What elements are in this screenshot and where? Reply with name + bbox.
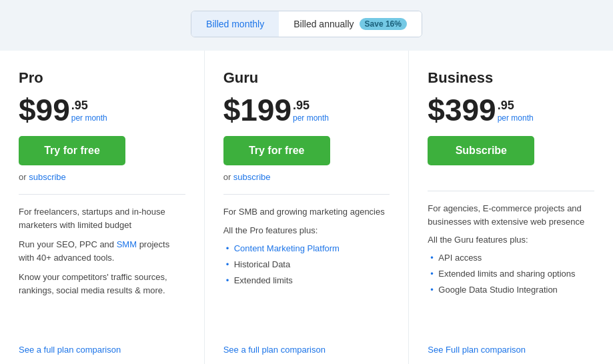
plan-guru-or-label: or	[223, 172, 231, 182]
plan-guru-cta-button[interactable]: Try for free	[223, 136, 330, 165]
plan-business-feature-list: API access Extended limits and sharing o…	[428, 250, 594, 299]
plan-guru-divider	[223, 194, 390, 195]
plans-container: Pro $99 .95 per month Try for free or su…	[0, 51, 613, 364]
plan-business-desc-0: For agencies, E-commerce projects and bu…	[428, 202, 594, 228]
plan-guru-price-main: $199	[223, 95, 291, 125]
plan-guru-feature-2: Extended limits	[223, 273, 390, 289]
plan-guru-price: $199 .95 per month	[223, 95, 390, 125]
plan-business-name: Business	[428, 69, 594, 87]
plan-pro-desc-1: Run your SEO, PPC and SMM projects with …	[19, 238, 185, 264]
plan-guru-price-cents: .95	[293, 99, 329, 113]
plan-pro-desc-2: Know your competitors' traffic sources, …	[19, 271, 185, 297]
plan-guru-per-month: per month	[293, 113, 329, 123]
plan-business: Business $399 .95 per month Subscribe Fo…	[409, 51, 613, 364]
plan-pro-name: Pro	[19, 69, 185, 87]
plan-pro: Pro $99 .95 per month Try for free or su…	[0, 51, 205, 364]
plan-pro-desc-0: For freelancers, startups and in-house m…	[19, 205, 185, 231]
plan-business-divider	[428, 191, 594, 191]
plan-pro-see-full-link[interactable]: See a full plan comparison	[19, 345, 185, 355]
plan-guru: Guru $199 .95 per month Try for free or …	[205, 51, 410, 364]
plan-pro-price-cents: .95	[71, 99, 107, 113]
plan-pro-price: $99 .95 per month	[19, 95, 185, 125]
smm-link[interactable]: SMM	[117, 239, 137, 249]
plan-business-feature-1: Extended limits and sharing options	[428, 266, 594, 282]
plan-business-feature-2: Google Data Studio Integration	[428, 282, 594, 298]
plan-business-feature-0: API access	[428, 250, 594, 266]
plan-pro-cta-button[interactable]: Try for free	[19, 136, 125, 165]
plan-guru-feature-list: Content Marketing Platform Historical Da…	[223, 241, 390, 289]
plan-pro-price-main: $99	[19, 95, 70, 125]
plan-pro-per-month: per month	[71, 113, 107, 123]
plan-business-see-full-link[interactable]: See Full plan comparison	[428, 345, 594, 355]
plan-guru-name: Guru	[223, 69, 390, 87]
billing-annually-button[interactable]: Billed annually Save 16%	[279, 11, 422, 37]
plan-business-cta-button[interactable]: Subscribe	[428, 136, 534, 165]
plan-business-price-main: $399	[428, 95, 496, 125]
plan-guru-desc-0: For SMB and growing marketing agencies	[223, 205, 390, 219]
plan-business-per-month: per month	[498, 113, 534, 123]
billing-toggle: Billed monthly Billed annually Save 16%	[191, 11, 422, 37]
save-badge: Save 16%	[360, 18, 407, 30]
plan-pro-or-label: or	[19, 172, 27, 182]
plan-guru-subscribe-link[interactable]: subscribe	[233, 172, 271, 182]
plan-business-price-cents: .95	[498, 99, 534, 113]
plan-pro-or-subscribe: or subscribe	[19, 172, 185, 182]
billing-annually-label: Billed annually	[293, 19, 354, 29]
plan-guru-features-intro: All the Pro features plus:	[223, 225, 390, 235]
plan-pro-divider	[19, 194, 185, 195]
plan-guru-feature-0: Content Marketing Platform	[223, 241, 390, 257]
plan-guru-or-subscribe: or subscribe	[223, 172, 390, 182]
billing-monthly-button[interactable]: Billed monthly	[191, 11, 279, 37]
content-marketing-link[interactable]: Content Marketing Platform	[234, 243, 340, 253]
plan-business-features-intro: All the Guru features plus:	[428, 235, 594, 245]
plan-guru-see-full-link[interactable]: See a full plan comparison	[223, 345, 390, 355]
plan-guru-feature-1: Historical Data	[223, 257, 390, 273]
plan-business-price: $399 .95 per month	[428, 95, 594, 125]
plan-pro-subscribe-link[interactable]: subscribe	[29, 172, 66, 182]
billing-toggle-container: Billed monthly Billed annually Save 16%	[0, 0, 613, 51]
